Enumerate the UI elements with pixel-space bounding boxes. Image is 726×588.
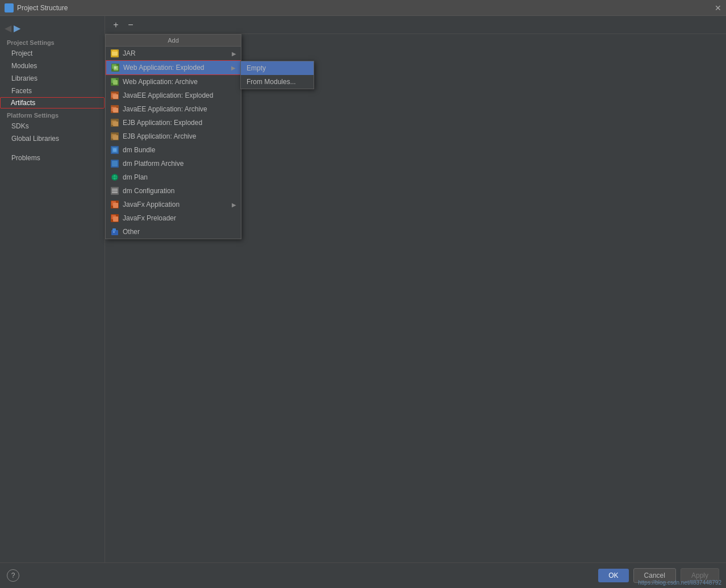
menu-item-other-label: Other: [123, 228, 140, 236]
svg-rect-33: [112, 190, 118, 191]
menu-item-javafx-application[interactable]: JavaFx Application ▶: [106, 198, 241, 211]
svg-rect-34: [112, 192, 118, 193]
app-icon: [5, 3, 14, 12]
ejb-archive-icon: [110, 132, 119, 141]
javafx-preloader-icon: [110, 214, 119, 223]
svg-rect-15: [113, 108, 118, 112]
submenu-web-app-exploded: Empty From Modules...: [240, 61, 314, 89]
menu-item-javafx-application-label: JavaFx Application: [123, 201, 180, 208]
menu-item-javaee-archive-label: JavaEE Application: Archive: [123, 105, 207, 113]
menu-item-javaee-exploded-label: JavaEE Application: Exploded: [123, 91, 213, 99]
menu-item-dm-bundle-label: dm Bundle: [123, 146, 155, 154]
content-area: + − Add JAR ▶: [105, 16, 726, 562]
sidebar-item-modules[interactable]: Modules: [0, 60, 105, 72]
dm-plan-icon: [110, 173, 119, 182]
close-button[interactable]: ✕: [715, 3, 721, 12]
menu-item-dm-bundle[interactable]: dm Bundle: [106, 143, 241, 157]
menu-item-javaee-exploded[interactable]: JavaEE Application: Exploded: [106, 89, 241, 102]
main-layout: ◀ ▶ Project Settings Project Modules Lib…: [0, 16, 726, 562]
forward-arrow[interactable]: ▶: [14, 23, 20, 34]
menu-item-ejb-archive[interactable]: EJB Application: Archive: [106, 130, 241, 143]
dropdown-header: Add: [106, 35, 241, 47]
svg-rect-26: [112, 161, 118, 166]
menu-item-other[interactable]: Other: [106, 225, 241, 239]
window-title: Project Structure: [17, 4, 68, 12]
sidebar: ◀ ▶ Project Settings Project Modules Lib…: [0, 16, 105, 562]
menu-item-web-app-exploded-label: Web Application: Exploded: [123, 64, 205, 72]
menu-item-jar[interactable]: JAR ▶: [106, 47, 241, 60]
ok-button[interactable]: OK: [598, 569, 628, 582]
submenu-item-empty[interactable]: Empty: [241, 61, 314, 75]
menu-item-web-app-exploded[interactable]: Web Application: Exploded ▶ Empty From M…: [106, 60, 241, 75]
web-app-exploded-arrow: ▶: [231, 65, 236, 71]
menu-item-dm-platform-archive[interactable]: dm Platform Archive: [106, 157, 241, 170]
menu-item-javafx-preloader-label: JavaFx Preloader: [123, 214, 176, 222]
svg-rect-6: [114, 66, 116, 69]
platform-settings-section: Platform Settings: [0, 109, 105, 120]
menu-item-javafx-preloader[interactable]: JavaFx Preloader: [106, 211, 241, 225]
submenu-item-from-modules-label: From Modules...: [247, 78, 296, 86]
web-app-archive-icon: [110, 77, 119, 86]
menu-item-jar-label: JAR: [123, 49, 136, 57]
svg-rect-37: [113, 203, 118, 208]
artifacts-toolbar: + −: [105, 16, 726, 34]
add-dropdown: Add JAR ▶: [105, 34, 241, 239]
javaee-exploded-icon: [110, 91, 119, 100]
jar-arrow: ▶: [232, 51, 236, 57]
javafx-application-icon: [110, 200, 119, 209]
bottom-left: ?: [7, 569, 19, 582]
menu-item-ejb-exploded[interactable]: EJB Application: Exploded: [106, 116, 241, 130]
sidebar-item-facets[interactable]: Facets: [0, 85, 105, 97]
title-bar-left: Project Structure: [5, 3, 68, 12]
svg-rect-18: [113, 122, 118, 126]
dm-bundle-icon: [110, 145, 119, 155]
sidebar-item-project[interactable]: Project: [0, 47, 105, 60]
remove-button[interactable]: −: [124, 19, 137, 31]
submenu-item-from-modules[interactable]: From Modules...: [241, 75, 314, 89]
svg-rect-40: [113, 216, 118, 222]
menu-item-ejb-exploded-label: EJB Application: Exploded: [123, 119, 202, 127]
svg-rect-21: [113, 135, 118, 140]
bottom-bar: ? OK Cancel Apply: [0, 562, 726, 588]
jar-icon: [110, 49, 119, 58]
menu-item-dm-configuration-label: dm Configuration: [123, 187, 174, 195]
javafx-arrow: ▶: [232, 202, 236, 208]
sidebar-item-artifacts[interactable]: Artifacts: [0, 97, 105, 109]
back-arrow[interactable]: ◀: [5, 23, 11, 34]
dropdown-menu: Add JAR ▶: [105, 34, 241, 239]
menu-item-web-app-archive[interactable]: Web Application: Archive: [106, 75, 241, 89]
sidebar-item-sdks[interactable]: SDKs: [0, 120, 105, 132]
svg-rect-24: [113, 148, 116, 152]
svg-rect-2: [112, 50, 117, 52]
menu-item-ejb-archive-label: EJB Application: Archive: [123, 132, 196, 140]
add-button[interactable]: +: [110, 19, 122, 31]
sidebar-item-libraries[interactable]: Libraries: [0, 72, 105, 85]
help-button[interactable]: ?: [7, 569, 19, 582]
svg-rect-9: [113, 80, 118, 85]
javaee-archive-icon: [110, 105, 119, 114]
svg-rect-1: [112, 51, 118, 56]
title-bar: Project Structure ✕: [0, 0, 726, 16]
sidebar-item-problems[interactable]: Problems: [0, 152, 105, 164]
svg-rect-43: [113, 231, 115, 233]
ejb-exploded-icon: [110, 118, 119, 127]
other-icon: [110, 227, 119, 236]
sidebar-item-global-libraries[interactable]: Global Libraries: [0, 132, 105, 145]
web-app-exploded-icon: [111, 63, 120, 72]
watermark: https://blog.csdn.net/ll837448792: [638, 579, 721, 586]
menu-item-dm-plan[interactable]: dm Plan: [106, 170, 241, 184]
menu-item-dm-configuration[interactable]: dm Configuration: [106, 184, 241, 198]
submenu-item-empty-label: Empty: [247, 64, 266, 72]
nav-arrows: ◀ ▶: [0, 20, 105, 36]
menu-item-web-app-archive-label: Web Application: Archive: [123, 78, 198, 86]
menu-item-dm-platform-archive-label: dm Platform Archive: [123, 160, 183, 168]
svg-rect-32: [112, 189, 118, 190]
svg-rect-12: [113, 94, 118, 99]
dm-configuration-icon: [110, 186, 119, 195]
dm-platform-archive-icon: [110, 159, 119, 168]
menu-item-javaee-archive[interactable]: JavaEE Application: Archive: [106, 102, 241, 116]
project-settings-section: Project Settings: [0, 36, 105, 47]
menu-item-dm-plan-label: dm Plan: [123, 173, 148, 181]
svg-rect-42: [112, 228, 116, 231]
